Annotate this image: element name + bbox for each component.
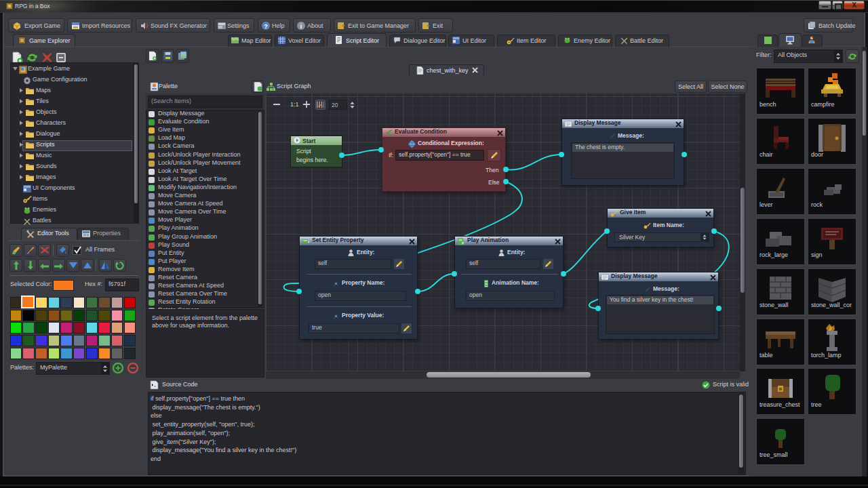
svg-text:i: i xyxy=(300,23,302,30)
svg-text:?: ? xyxy=(264,23,268,30)
